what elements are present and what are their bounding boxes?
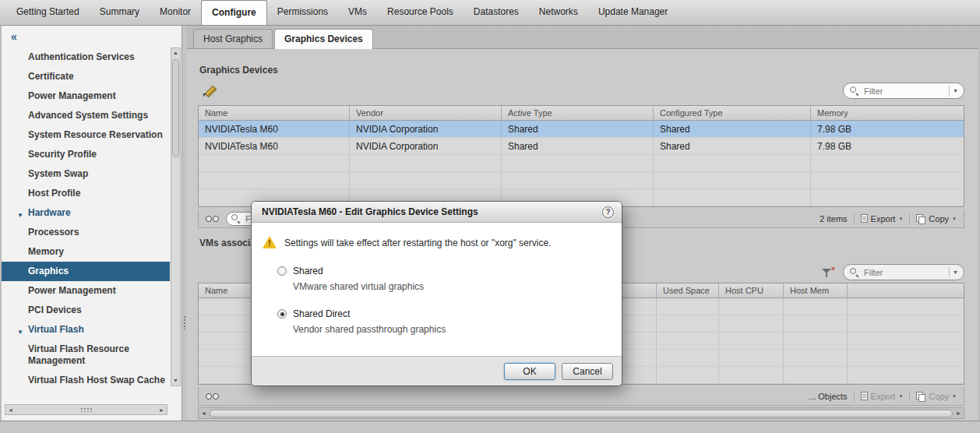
radio-shared-direct-label[interactable]: Shared Direct bbox=[293, 308, 446, 319]
tab-host-graphics[interactable]: Host Graphics bbox=[193, 29, 273, 48]
vms-filter-input[interactable] bbox=[862, 267, 947, 278]
export-button[interactable]: Export ▼ bbox=[861, 392, 904, 401]
column-header-host-mem[interactable]: Host Mem bbox=[784, 283, 848, 297]
tab-graphics-devices[interactable]: Graphics Devices bbox=[274, 29, 373, 49]
scrollbar-grip[interactable] bbox=[80, 407, 93, 412]
divider bbox=[854, 391, 855, 402]
column-header-host-cpu[interactable]: Host CPU bbox=[719, 283, 784, 297]
radio-shared[interactable] bbox=[277, 266, 287, 276]
scroll-right-icon[interactable]: ► bbox=[159, 407, 164, 413]
column-header-configured-type[interactable]: Configured Type bbox=[654, 106, 811, 120]
export-icon bbox=[861, 392, 868, 400]
export-label: Export bbox=[871, 392, 896, 401]
chevron-down-icon: ▼ bbox=[898, 216, 903, 221]
sidebar-item-processors[interactable]: Processors bbox=[2, 223, 170, 242]
sidebar-item-label: Processors bbox=[28, 227, 79, 238]
graphics-filter-input[interactable] bbox=[862, 86, 947, 97]
sidebar-item-virtual-flash-host-swap-cache-configuration[interactable]: Virtual Flash Host Swap Cache Configurat… bbox=[2, 371, 170, 386]
sidebar-item-label: PCI Devices bbox=[28, 305, 82, 315]
sidebar-item-label: Graphics bbox=[28, 266, 69, 276]
sidebar-nav: Authentication Services Certificate Powe… bbox=[2, 48, 170, 386]
cell-memory: 7.98 GB bbox=[811, 121, 964, 137]
items-count: 2 items bbox=[820, 214, 847, 224]
sidebar-item-certificate[interactable]: Certificate bbox=[2, 67, 170, 86]
sidebar-item-host-profile[interactable]: Host Profile bbox=[2, 184, 170, 203]
sidebar-item-label: Virtual Flash bbox=[28, 324, 84, 335]
sidebar-group-virtual-flash[interactable]: ▼Virtual Flash bbox=[2, 320, 170, 340]
divider bbox=[949, 267, 950, 278]
tab-summary[interactable]: Summary bbox=[90, 0, 150, 25]
sidebar-item-power-management[interactable]: Power Management bbox=[2, 86, 170, 106]
dialog-footer: OK Cancel bbox=[252, 356, 622, 385]
ok-button[interactable]: OK bbox=[504, 363, 555, 380]
scroll-left-icon[interactable]: ◄ bbox=[199, 410, 209, 416]
tab-datastores[interactable]: Datastores bbox=[464, 0, 529, 25]
scroll-right-icon[interactable]: ► bbox=[954, 410, 964, 416]
tab-networks[interactable]: Networks bbox=[529, 0, 588, 25]
find-icon[interactable] bbox=[206, 392, 219, 401]
edit-icon[interactable] bbox=[203, 83, 217, 97]
column-header-vendor[interactable]: Vendor bbox=[350, 106, 502, 120]
tab-vms[interactable]: VMs bbox=[338, 0, 377, 25]
tab-update-manager[interactable]: Update Manager bbox=[588, 0, 678, 25]
export-icon bbox=[861, 214, 868, 223]
cell-vendor: NVIDIA Corporation bbox=[350, 121, 502, 137]
sidebar-horizontal-scrollbar[interactable]: ◄ ► bbox=[5, 404, 167, 415]
sidebar-group-hardware[interactable]: ▼Hardware bbox=[2, 203, 170, 223]
funnel-stem bbox=[826, 273, 827, 277]
column-header-used-space[interactable]: Used Space bbox=[657, 283, 719, 297]
column-header-name[interactable]: Name bbox=[199, 106, 350, 120]
cancel-button[interactable]: Cancel bbox=[562, 363, 613, 380]
scroll-left-icon[interactable]: ◄ bbox=[8, 407, 13, 413]
copy-button[interactable]: Copy ▼ bbox=[916, 214, 957, 224]
chevron-down-icon: ▼ bbox=[898, 394, 903, 399]
collapse-sidebar-icon[interactable]: « bbox=[11, 30, 17, 43]
radio-shared-label[interactable]: Shared bbox=[293, 266, 424, 276]
sidebar-vertical-scrollbar[interactable]: ▲ ▼ bbox=[171, 48, 181, 386]
table-row-empty bbox=[199, 155, 964, 172]
help-icon[interactable]: ? bbox=[602, 206, 614, 218]
table-row[interactable]: NVIDIATesla M60 NVIDIA Corporation Share… bbox=[199, 121, 964, 138]
vsphere-window: Getting Started Summary Monitor Configur… bbox=[0, 0, 980, 433]
cell-memory: 7.98 GB bbox=[811, 138, 964, 154]
main-horizontal-scrollbar[interactable]: ◄ ► bbox=[198, 407, 964, 419]
graphics-devices-table: Name Vendor Active Type Configured Type … bbox=[198, 105, 964, 207]
filter-dropdown-icon[interactable]: ▼ bbox=[953, 88, 960, 93]
tab-monitor[interactable]: Monitor bbox=[150, 0, 201, 25]
sidebar-item-system-resource-reservation[interactable]: System Resource Reservation bbox=[2, 125, 170, 145]
filter-dropdown-icon[interactable]: ▼ bbox=[953, 269, 960, 275]
scrollbar-thumb[interactable] bbox=[172, 59, 179, 157]
tab-configure[interactable]: Configure bbox=[201, 0, 267, 25]
radio-shared-direct[interactable] bbox=[277, 309, 287, 319]
tab-getting-started[interactable]: Getting Started bbox=[6, 0, 90, 25]
sidebar-item-authentication-services[interactable]: Authentication Services bbox=[2, 48, 170, 67]
vms-filter-box: ▼ bbox=[843, 264, 964, 280]
sidebar-item-virtual-flash-resource-management[interactable]: Virtual Flash Resource Management bbox=[2, 340, 170, 371]
sidebar-item-label: Memory bbox=[28, 246, 64, 257]
cell-configured-type: Shared bbox=[654, 121, 811, 137]
find-icon[interactable] bbox=[206, 214, 219, 224]
sidebar-item-memory[interactable]: Memory bbox=[2, 242, 170, 262]
sidebar-item-system-swap[interactable]: System Swap bbox=[2, 164, 170, 184]
copy-label: Copy bbox=[929, 214, 949, 224]
scrollbar-thumb[interactable] bbox=[210, 410, 953, 417]
scroll-down-icon[interactable]: ▼ bbox=[171, 376, 180, 385]
table-row[interactable]: NVIDIATesla M60 NVIDIA Corporation Share… bbox=[199, 138, 964, 155]
chevron-down-icon: ▼ bbox=[17, 326, 23, 338]
sidebar-item-power-management-hardware[interactable]: Power Management bbox=[2, 281, 170, 301]
tab-permissions[interactable]: Permissions bbox=[267, 0, 338, 25]
sidebar-item-advanced-system-settings[interactable]: Advanced System Settings bbox=[2, 106, 170, 125]
cell-active-type: Shared bbox=[502, 138, 654, 154]
dialog-title-bar[interactable]: NVIDIATesla M60 - Edit Graphics Device S… bbox=[252, 202, 622, 223]
clear-filter-icon[interactable]: × bbox=[821, 267, 835, 279]
export-button[interactable]: Export ▼ bbox=[861, 214, 904, 224]
sidebar-item-security-profile[interactable]: Security Profile bbox=[2, 145, 170, 164]
copy-label: Copy bbox=[929, 392, 949, 401]
sidebar-item-graphics[interactable]: Graphics bbox=[2, 262, 170, 281]
scroll-up-icon[interactable]: ▲ bbox=[171, 48, 180, 58]
tab-resource-pools[interactable]: Resource Pools bbox=[377, 0, 464, 25]
sidebar-item-pci-devices[interactable]: PCI Devices bbox=[2, 301, 170, 320]
column-header-active-type[interactable]: Active Type bbox=[502, 106, 654, 120]
copy-button[interactable]: Copy ▼ bbox=[916, 392, 957, 401]
column-header-memory[interactable]: Memory bbox=[811, 106, 964, 120]
